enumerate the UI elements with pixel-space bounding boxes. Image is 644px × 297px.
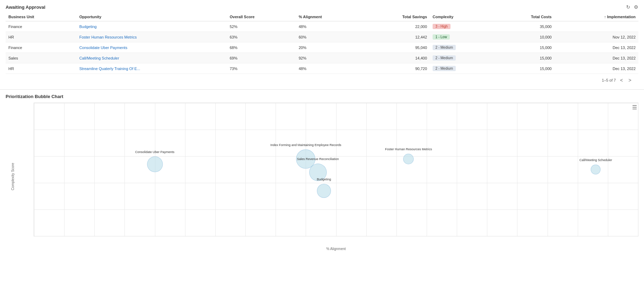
- grid-line-horizontal: [34, 130, 638, 130]
- section-header: Awaiting Approval ↻ ⚙: [6, 4, 638, 10]
- table-row: Finance Consolidate Uber Payments 68% 20…: [6, 42, 638, 53]
- pagination-info: 1–5 of 7: [602, 78, 616, 82]
- chart-menu-button[interactable]: ☰: [632, 104, 637, 111]
- grid-line-vertical: [548, 103, 548, 236]
- cell-pct-alignment: 48%: [296, 21, 361, 32]
- col-business-unit: Business Unit: [6, 13, 76, 21]
- col-complexity: Complexity: [430, 13, 495, 21]
- bubble-label: Index Forming and Maintaining Employee R…: [270, 143, 341, 147]
- grid-line-horizontal: [34, 156, 638, 157]
- bubble-label: Call/Meeting Scheduler: [579, 158, 612, 162]
- cell-total-savings: 14,400: [361, 53, 430, 63]
- cell-business-unit: Sales: [6, 53, 76, 63]
- settings-button[interactable]: ⚙: [634, 4, 638, 10]
- bubble[interactable]: [591, 165, 601, 174]
- grid-line-horizontal: [34, 183, 638, 183]
- cell-complexity: 2 - Medium: [430, 42, 495, 53]
- table-row: HR Foster Human Resources Metrics 63% 60…: [6, 32, 638, 42]
- cell-implementation: Dec 13, 2022: [554, 42, 638, 53]
- grid-line-vertical: [306, 103, 306, 236]
- section-title: Awaiting Approval: [6, 5, 45, 10]
- col-pct-alignment: % Alignment: [296, 13, 361, 21]
- table-row: Finance Budgeting 52% 48% 22,000 3 - Hig…: [6, 21, 638, 32]
- bubble-label: Consolidate Uber Payments: [135, 150, 175, 154]
- y-axis-label: Complexity Score: [11, 163, 15, 190]
- cell-total-savings: 90,720: [361, 63, 430, 74]
- cell-complexity: 1 - Low: [430, 32, 495, 42]
- cell-overall-score: 63%: [227, 32, 296, 42]
- cell-total-costs: 15,000: [495, 53, 555, 63]
- cell-implementation: Nov 12, 2022: [554, 32, 638, 42]
- awaiting-approval-section: Awaiting Approval ↻ ⚙ Business Unit Oppo…: [0, 0, 644, 90]
- chart-area: 01234500.050.10.150.20.250.30.350.40.450…: [34, 103, 638, 236]
- grid-line-vertical: [94, 103, 95, 236]
- cell-business-unit: Finance: [6, 42, 76, 53]
- cell-opportunity[interactable]: Streamline Quaterly Training Of E...: [76, 63, 227, 74]
- cell-overall-score: 68%: [227, 42, 296, 53]
- grid-line-vertical: [487, 103, 487, 236]
- grid-line-vertical: [427, 103, 427, 236]
- cell-overall-score: 73%: [227, 63, 296, 74]
- cell-business-unit: Finance: [6, 21, 76, 32]
- cell-implementation: Dec 13, 2022: [554, 53, 638, 63]
- grid-line-vertical: [276, 103, 276, 236]
- cell-overall-score: 52%: [227, 21, 296, 32]
- cell-complexity: 2 - Medium: [430, 63, 495, 74]
- cell-pct-alignment: 60%: [296, 32, 361, 42]
- col-opportunity: Opportunity: [76, 13, 227, 21]
- grid-line-vertical: [517, 103, 517, 236]
- col-total-costs: Total Costs: [495, 13, 555, 21]
- bubble[interactable]: [147, 156, 163, 172]
- table-header-row: Business Unit Opportunity Overall Score …: [6, 13, 638, 21]
- grid-line-vertical: [396, 103, 397, 236]
- cell-total-costs: 15,000: [495, 42, 555, 53]
- pagination-prev[interactable]: <: [619, 77, 624, 84]
- cell-opportunity[interactable]: Call/Meeting Scheduler: [76, 53, 227, 63]
- grid-line-vertical: [366, 103, 367, 236]
- cell-opportunity[interactable]: Budgeting: [76, 21, 227, 32]
- col-overall-score: Overall Score: [227, 13, 296, 21]
- chart-wrapper: ☰ Complexity Score 01234500.050.10.150.2…: [6, 103, 638, 251]
- grid-line-vertical: [64, 103, 65, 236]
- grid-line-vertical: [608, 103, 608, 236]
- bubble[interactable]: [403, 154, 414, 164]
- chart-title: Prioritization Bubble Chart: [6, 94, 638, 99]
- grid-line-vertical: [578, 103, 578, 236]
- x-axis-label: % Alignment: [34, 247, 638, 251]
- table-row: Sales Call/Meeting Scheduler 69% 92% 14,…: [6, 53, 638, 63]
- grid-line-vertical: [185, 103, 185, 236]
- cell-opportunity[interactable]: Foster Human Resources Metrics: [76, 32, 227, 42]
- cell-business-unit: HR: [6, 32, 76, 42]
- grid-line-horizontal: [34, 209, 638, 210]
- cell-complexity: 3 - High: [430, 21, 495, 32]
- pagination-row: 1–5 of 7 < >: [6, 74, 638, 87]
- bubble[interactable]: [317, 184, 331, 198]
- table-row: HR Streamline Quaterly Training Of E... …: [6, 63, 638, 74]
- grid-line-vertical: [245, 103, 246, 236]
- cell-total-costs: 10,000: [495, 32, 555, 42]
- col-implementation: ↑ Implementation: [554, 13, 638, 21]
- cell-implementation: Dec 13, 2022: [554, 63, 638, 74]
- grid-line-vertical: [336, 103, 337, 236]
- cell-pct-alignment: 20%: [296, 42, 361, 53]
- cell-pct-alignment: 92%: [296, 53, 361, 63]
- pagination-next[interactable]: >: [627, 77, 633, 84]
- cell-business-unit: HR: [6, 63, 76, 74]
- cell-total-savings: 95,040: [361, 42, 430, 53]
- chart-section: Prioritization Bubble Chart ☰ Complexity…: [0, 90, 644, 255]
- bubble-chart: 01234500.050.10.150.20.250.30.350.40.450…: [34, 103, 638, 236]
- cell-pct-alignment: 48%: [296, 63, 361, 74]
- cell-overall-score: 69%: [227, 53, 296, 63]
- header-icons: ↻ ⚙: [626, 4, 638, 10]
- cell-implementation: [554, 21, 638, 32]
- bubble-label: Foster Human Resources Metrics: [385, 147, 432, 151]
- cell-total-savings: 12,442: [361, 32, 430, 42]
- grid-line-horizontal: [34, 103, 638, 103]
- grid-line-vertical: [34, 103, 34, 236]
- cell-opportunity[interactable]: Consolidate Uber Payments: [76, 42, 227, 53]
- grid-line-vertical: [457, 103, 457, 236]
- refresh-button[interactable]: ↻: [626, 4, 630, 10]
- grid-line-vertical: [124, 103, 125, 236]
- cell-total-costs: 35,000: [495, 21, 555, 32]
- page-container: Awaiting Approval ↻ ⚙ Business Unit Oppo…: [0, 0, 644, 297]
